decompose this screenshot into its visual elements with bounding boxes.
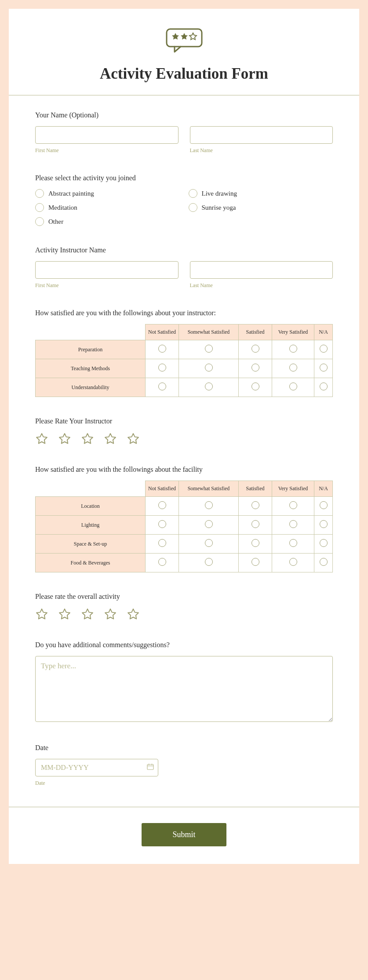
last-name-input[interactable] <box>190 126 333 144</box>
star-icon[interactable] <box>35 608 48 621</box>
matrix-radio[interactable] <box>289 539 297 547</box>
first-name-input[interactable] <box>35 126 179 144</box>
radio-abstract-painting[interactable]: Abstract painting <box>35 189 180 198</box>
date-label: Date <box>35 744 333 752</box>
matrix1-label: How satisfied are you with the following… <box>35 309 333 317</box>
matrix-radio[interactable] <box>320 383 328 390</box>
svg-rect-1 <box>147 765 153 770</box>
activity-select-label: Please select the activity you joined <box>35 174 333 182</box>
matrix-rowhead: Location <box>36 497 146 516</box>
star-icon[interactable] <box>58 432 71 445</box>
radio-other[interactable]: Other <box>35 217 180 226</box>
matrix-radio[interactable] <box>320 558 328 566</box>
radio-meditation[interactable]: Meditation <box>35 203 180 212</box>
page-title: Activity Evaluation Form <box>35 65 333 83</box>
comments-section: Do you have additional comments/suggesti… <box>9 641 359 724</box>
matrix-radio[interactable] <box>205 345 213 353</box>
matrix-radio[interactable] <box>158 364 166 372</box>
facility-satisfaction-section: How satisfied are you with the following… <box>9 466 359 572</box>
radio-icon <box>189 203 197 212</box>
star-icon[interactable] <box>58 608 71 621</box>
star-icon[interactable] <box>104 432 117 445</box>
radio-live-drawing[interactable]: Live drawing <box>189 189 333 198</box>
table-row: Understandability <box>36 378 333 397</box>
matrix-radio[interactable] <box>251 364 259 372</box>
matrix-radio[interactable] <box>251 539 259 547</box>
svg-rect-4 <box>152 764 152 765</box>
matrix-radio[interactable] <box>251 383 259 390</box>
matrix-radio[interactable] <box>320 364 328 372</box>
matrix-radio[interactable] <box>251 501 259 509</box>
rate-instructor-section: Please Rate Your Instructor <box>9 417 359 445</box>
form-header: Activity Evaluation Form <box>9 9 359 95</box>
matrix-radio[interactable] <box>158 520 166 528</box>
radio-icon <box>35 203 44 212</box>
matrix-radio[interactable] <box>320 501 328 509</box>
facility-matrix: Not Satisfied Somewhat Satisfied Satisfi… <box>35 481 333 572</box>
matrix-radio[interactable] <box>320 520 328 528</box>
rate-instructor-label: Please Rate Your Instructor <box>35 417 333 425</box>
matrix-rowhead: Preparation <box>36 340 146 359</box>
matrix-radio[interactable] <box>158 539 166 547</box>
table-row: Space & Set-up <box>36 535 333 554</box>
matrix-rowhead: Understandability <box>36 378 146 397</box>
matrix-radio[interactable] <box>289 383 297 390</box>
matrix-radio[interactable] <box>289 364 297 372</box>
calendar-icon[interactable] <box>147 763 154 772</box>
radio-icon <box>35 189 44 198</box>
matrix-radio[interactable] <box>320 539 328 547</box>
matrix-radio[interactable] <box>158 345 166 353</box>
star-icon[interactable] <box>35 432 48 445</box>
matrix-radio[interactable] <box>158 383 166 390</box>
instructor-name-section: Activity Instructor Name First Name Last… <box>9 246 359 289</box>
date-input[interactable] <box>35 759 158 776</box>
star-icon[interactable] <box>104 608 117 621</box>
matrix-radio[interactable] <box>251 345 259 353</box>
radio-icon <box>35 217 44 226</box>
instructor-first-name-sublabel: First Name <box>35 282 179 289</box>
star-icon[interactable] <box>81 608 94 621</box>
rate-activity-label: Please rate the overall activity <box>35 593 333 601</box>
instructor-first-name-input[interactable] <box>35 261 179 279</box>
star-icon[interactable] <box>81 432 94 445</box>
rating-logo-icon <box>162 26 206 55</box>
table-row: Location <box>36 497 333 516</box>
table-row: Food & Beverages <box>36 554 333 572</box>
submit-button[interactable]: Submit <box>142 823 226 846</box>
instructor-last-name-input[interactable] <box>190 261 333 279</box>
last-name-sublabel: Last Name <box>190 147 333 154</box>
radio-sunrise-yoga[interactable]: Sunrise yoga <box>189 203 333 212</box>
star-icon[interactable] <box>127 432 140 445</box>
matrix-radio[interactable] <box>289 345 297 353</box>
matrix-radio[interactable] <box>251 558 259 566</box>
matrix-radio[interactable] <box>289 558 297 566</box>
matrix-radio[interactable] <box>251 520 259 528</box>
first-name-sublabel: First Name <box>35 147 179 154</box>
matrix-radio[interactable] <box>205 501 213 509</box>
comments-textarea[interactable] <box>35 656 333 722</box>
matrix-radio[interactable] <box>289 520 297 528</box>
footer-divider <box>9 807 359 807</box>
matrix-radio[interactable] <box>205 558 213 566</box>
star-icon[interactable] <box>127 608 140 621</box>
matrix-radio[interactable] <box>158 558 166 566</box>
matrix-radio[interactable] <box>289 501 297 509</box>
matrix-rowhead: Lighting <box>36 516 146 535</box>
matrix-radio[interactable] <box>320 345 328 353</box>
rate-activity-section: Please rate the overall activity <box>9 593 359 621</box>
matrix-radio[interactable] <box>205 383 213 390</box>
instructor-last-name-sublabel: Last Name <box>190 282 333 289</box>
instructor-star-rating <box>35 432 333 445</box>
activity-star-rating <box>35 608 333 621</box>
matrix-rowhead: Food & Beverages <box>36 554 146 572</box>
matrix-radio[interactable] <box>205 520 213 528</box>
matrix-radio[interactable] <box>205 364 213 372</box>
table-row: Preparation <box>36 340 333 359</box>
matrix-radio[interactable] <box>158 501 166 509</box>
date-section: Date Date <box>9 744 359 787</box>
date-sublabel: Date <box>35 780 333 787</box>
instructor-name-label: Activity Instructor Name <box>35 246 333 254</box>
matrix-radio[interactable] <box>205 539 213 547</box>
radio-icon <box>189 189 197 198</box>
matrix2-label: How satisfied are you with the following… <box>35 466 333 474</box>
